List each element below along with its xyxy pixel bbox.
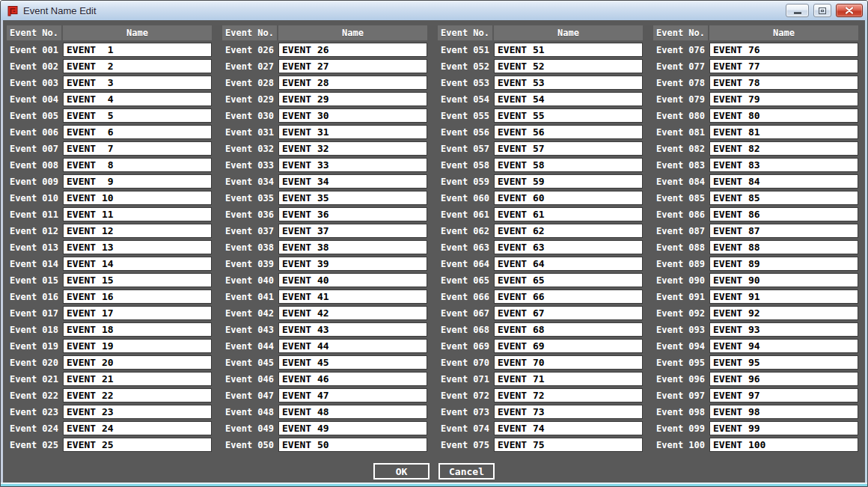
- event-name-input[interactable]: [63, 92, 212, 106]
- event-name-input[interactable]: [63, 388, 212, 402]
- event-name-input[interactable]: [494, 290, 643, 304]
- event-name-input[interactable]: [63, 224, 212, 238]
- event-name-input[interactable]: [63, 405, 212, 419]
- event-name-input[interactable]: [63, 207, 212, 221]
- close-button[interactable]: [836, 4, 863, 17]
- event-name-input[interactable]: [63, 240, 212, 254]
- event-name-input[interactable]: [278, 141, 427, 156]
- event-name-input[interactable]: [709, 421, 858, 435]
- event-name-input[interactable]: [494, 322, 643, 337]
- event-name-input[interactable]: [709, 141, 858, 156]
- event-name-input[interactable]: [63, 43, 212, 57]
- event-name-input[interactable]: [494, 421, 643, 435]
- event-name-input[interactable]: [278, 405, 427, 419]
- event-name-input[interactable]: [494, 59, 643, 73]
- event-name-input[interactable]: [63, 372, 212, 386]
- event-name-input[interactable]: [494, 372, 643, 386]
- event-name-input[interactable]: [494, 273, 643, 287]
- event-name-input[interactable]: [278, 421, 427, 435]
- minimize-button[interactable]: [786, 4, 809, 17]
- event-name-input[interactable]: [63, 339, 212, 353]
- event-name-input[interactable]: [494, 339, 643, 353]
- event-name-input[interactable]: [278, 257, 427, 271]
- event-name-input[interactable]: [63, 438, 212, 452]
- event-name-input[interactable]: [278, 191, 427, 205]
- restore-button[interactable]: [813, 4, 831, 17]
- event-name-input[interactable]: [494, 388, 643, 402]
- event-name-input[interactable]: [278, 339, 427, 353]
- event-name-input[interactable]: [278, 43, 427, 57]
- event-name-input[interactable]: [63, 290, 212, 304]
- event-name-input[interactable]: [278, 388, 427, 402]
- event-name-input[interactable]: [278, 240, 427, 254]
- event-name-input[interactable]: [278, 322, 427, 337]
- event-name-input[interactable]: [494, 306, 643, 320]
- event-name-input[interactable]: [63, 355, 212, 370]
- event-name-input[interactable]: [709, 339, 858, 353]
- cancel-button[interactable]: Cancel: [438, 463, 495, 480]
- event-name-input[interactable]: [709, 76, 858, 90]
- event-name-input[interactable]: [709, 438, 858, 452]
- event-name-input[interactable]: [709, 207, 858, 221]
- event-name-input[interactable]: [494, 405, 643, 419]
- event-name-input[interactable]: [63, 158, 212, 172]
- ok-button[interactable]: OK: [373, 463, 430, 480]
- event-name-input[interactable]: [494, 174, 643, 189]
- event-name-input[interactable]: [63, 76, 212, 90]
- event-name-input[interactable]: [63, 141, 212, 156]
- event-name-input[interactable]: [494, 125, 643, 139]
- event-name-input[interactable]: [709, 388, 858, 402]
- event-name-input[interactable]: [709, 355, 858, 370]
- event-name-input[interactable]: [494, 92, 643, 106]
- event-name-input[interactable]: [494, 224, 643, 238]
- event-name-input[interactable]: [278, 224, 427, 238]
- event-name-input[interactable]: [63, 306, 212, 320]
- event-name-input[interactable]: [494, 108, 643, 123]
- event-name-input[interactable]: [63, 273, 212, 287]
- event-name-input[interactable]: [494, 207, 643, 221]
- event-name-input[interactable]: [63, 257, 212, 271]
- event-name-input[interactable]: [709, 240, 858, 254]
- event-name-input[interactable]: [278, 207, 427, 221]
- event-name-input[interactable]: [278, 158, 427, 172]
- event-name-input[interactable]: [278, 92, 427, 106]
- event-name-input[interactable]: [63, 59, 212, 73]
- event-name-input[interactable]: [494, 438, 643, 452]
- event-name-input[interactable]: [278, 76, 427, 90]
- event-name-input[interactable]: [709, 125, 858, 139]
- event-name-input[interactable]: [494, 76, 643, 90]
- event-name-input[interactable]: [709, 290, 858, 304]
- event-name-input[interactable]: [278, 59, 427, 73]
- event-name-input[interactable]: [63, 421, 212, 435]
- event-name-input[interactable]: [278, 108, 427, 123]
- event-name-input[interactable]: [63, 108, 212, 123]
- event-name-input[interactable]: [278, 355, 427, 370]
- event-name-input[interactable]: [709, 59, 858, 73]
- event-name-input[interactable]: [278, 306, 427, 320]
- event-name-input[interactable]: [494, 141, 643, 156]
- event-name-input[interactable]: [494, 355, 643, 370]
- event-name-input[interactable]: [63, 191, 212, 205]
- event-name-input[interactable]: [278, 273, 427, 287]
- event-name-input[interactable]: [709, 191, 858, 205]
- event-name-input[interactable]: [709, 92, 858, 106]
- event-name-input[interactable]: [63, 125, 212, 139]
- titlebar[interactable]: Event Name Edit: [1, 1, 867, 20]
- event-name-input[interactable]: [709, 372, 858, 386]
- event-name-input[interactable]: [709, 273, 858, 287]
- event-name-input[interactable]: [278, 174, 427, 189]
- event-name-input[interactable]: [709, 257, 858, 271]
- event-name-input[interactable]: [278, 438, 427, 452]
- event-name-input[interactable]: [709, 224, 858, 238]
- event-name-input[interactable]: [494, 257, 643, 271]
- event-name-input[interactable]: [278, 372, 427, 386]
- event-name-input[interactable]: [494, 158, 643, 172]
- event-name-input[interactable]: [494, 240, 643, 254]
- event-name-input[interactable]: [709, 108, 858, 123]
- event-name-input[interactable]: [709, 322, 858, 337]
- event-name-input[interactable]: [709, 405, 858, 419]
- event-name-input[interactable]: [278, 290, 427, 304]
- event-name-input[interactable]: [709, 158, 858, 172]
- event-name-input[interactable]: [63, 174, 212, 189]
- event-name-input[interactable]: [709, 174, 858, 189]
